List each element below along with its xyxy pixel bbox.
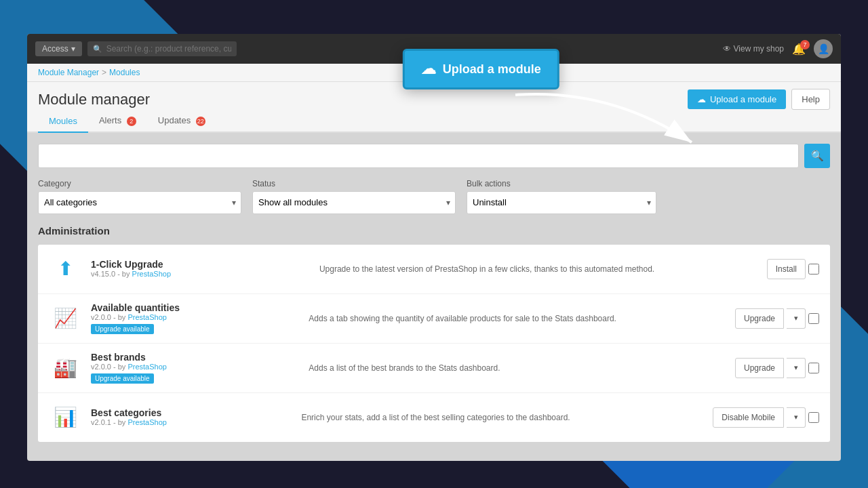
search-icon: 🔍 xyxy=(93,45,102,54)
module-description: Adds a list of the best brands to the St… xyxy=(309,363,726,373)
module-version: v4.15.0 - by PrestaShop xyxy=(91,270,310,278)
alerts-badge: 2 xyxy=(127,117,136,126)
module-description: Enrich your stats, add a list of the bes… xyxy=(301,413,703,422)
eye-icon: 👁 xyxy=(723,44,731,54)
tabs-bar: Moules Alerts 2 Updates 22 xyxy=(27,110,841,133)
status-select-wrapper: Show all modules xyxy=(252,191,456,214)
module-icon-best-brands: 🏭 xyxy=(49,352,81,384)
module-info-one-click-upgrade: 1-Click Upgrade v4.15.0 - by PrestaShop xyxy=(91,259,310,279)
module-name: 1-Click Upgrade xyxy=(91,259,310,270)
category-label: Category xyxy=(38,179,241,188)
status-select[interactable]: Show all modules xyxy=(252,191,456,214)
search-icon: 🔍 xyxy=(811,150,824,162)
module-info-best-brands: Best brands v2.0.0 - by PrestaShop Upgra… xyxy=(91,352,299,384)
user-avatar[interactable]: 👤 xyxy=(814,39,833,58)
module-search-button[interactable]: 🔍 xyxy=(804,144,830,168)
module-list: ⬆ 1-Click Upgrade v4.15.0 - by PrestaSho… xyxy=(38,245,830,442)
page-title: Module manager xyxy=(38,91,150,108)
upload-module-button-header[interactable]: ☁ Upload a module xyxy=(688,89,786,109)
module-description: Upgrade to the latest version of PrestaS… xyxy=(319,264,757,274)
content-area: 🔍 Category All categories Status Show al… xyxy=(27,133,841,453)
breadcrumb-parent-link[interactable]: Module Manager xyxy=(38,68,99,77)
module-icon-one-click-upgrade: ⬆ xyxy=(49,253,81,285)
section-title: Administration xyxy=(38,225,830,237)
module-actions: Upgrade ▾ xyxy=(735,308,819,329)
access-label: Access xyxy=(42,44,68,54)
header-actions: ☁ Upload a module Help xyxy=(688,89,830,110)
module-actions: Install xyxy=(767,259,819,279)
notifications-icon[interactable]: 🔔 7 xyxy=(792,43,806,56)
module-manager-prefix: Mo xyxy=(38,91,59,108)
upgrade-dropdown-button[interactable]: ▾ xyxy=(787,308,806,329)
table-row: 📈 Available quantities v2.0.0 - by Prest… xyxy=(38,294,830,344)
category-filter: Category All categories xyxy=(38,179,241,214)
module-version: v2.0.0 - by PrestaShop xyxy=(91,363,299,371)
notif-badge: 7 xyxy=(800,40,810,49)
table-row: ⬆ 1-Click Upgrade v4.15.0 - by PrestaSho… xyxy=(38,245,830,294)
module-icon-best-categories: 📊 xyxy=(49,401,81,434)
bulk-actions-filter: Bulk actions Uninstall xyxy=(467,179,656,214)
module-name: Available quantities xyxy=(91,302,299,313)
tab-modules[interactable]: Moules xyxy=(38,110,88,133)
upgrade-badge: Upgrade available xyxy=(91,373,154,384)
module-actions: Disable Mobile ▾ xyxy=(713,407,819,428)
module-checkbox[interactable] xyxy=(808,363,819,373)
upgrade-button[interactable]: Upgrade xyxy=(735,308,784,329)
updates-badge: 22 xyxy=(196,117,205,126)
module-actions: Upgrade ▾ xyxy=(735,358,819,378)
topbar-left: Access ▾ 🔍 xyxy=(35,41,715,56)
module-version: v2.0.0 - by PrestaShop xyxy=(91,313,299,321)
upgrade-badge: Upgrade available xyxy=(91,324,154,334)
help-button[interactable]: Help xyxy=(791,89,830,110)
upgrade-button[interactable]: Upgrade xyxy=(735,358,784,378)
main-window: Access ▾ 🔍 👁 View my shop 🔔 7 👤 Module M… xyxy=(27,34,841,461)
module-description: Adds a tab showing the quantity of avail… xyxy=(309,314,726,323)
module-info-available-quantities: Available quantities v2.0.0 - by PrestaS… xyxy=(91,302,299,334)
disable-mobile-button[interactable]: Disable Mobile xyxy=(713,407,784,428)
tab-alerts[interactable]: Alerts 2 xyxy=(88,110,147,133)
module-icon-available-quantities: 📈 xyxy=(49,302,81,335)
module-version: v2.0.1 - by PrestaShop xyxy=(91,418,292,426)
access-button[interactable]: Access ▾ xyxy=(35,41,82,56)
category-select[interactable]: All categories xyxy=(38,191,241,214)
upgrade-dropdown-button[interactable]: ▾ xyxy=(787,358,806,378)
breadcrumb-current: Modules xyxy=(109,68,140,77)
module-name: Best brands xyxy=(91,352,299,363)
bulk-select[interactable]: Uninstall xyxy=(467,191,656,214)
table-row: 🏭 Best brands v2.0.0 - by PrestaShop Upg… xyxy=(38,344,830,393)
filters-row: Category All categories Status Show all … xyxy=(38,179,830,214)
bulk-select-wrapper: Uninstall xyxy=(467,191,656,214)
view-shop-link[interactable]: 👁 View my shop xyxy=(723,44,784,54)
chevron-down-icon: ▾ xyxy=(71,44,75,54)
category-select-wrapper: All categories xyxy=(38,191,241,214)
search-input[interactable] xyxy=(106,44,231,54)
upload-popup-label: Upload a module xyxy=(443,62,541,77)
module-info-best-categories: Best categories v2.0.1 - by PrestaShop xyxy=(91,407,292,428)
disable-mobile-dropdown-button[interactable]: ▾ xyxy=(787,407,806,428)
upload-module-popup[interactable]: ☁ Upload a module xyxy=(403,49,559,89)
search-bar: 🔍 xyxy=(87,41,237,56)
module-checkbox[interactable] xyxy=(808,412,819,423)
bulk-label: Bulk actions xyxy=(467,179,656,188)
upload-icon: ☁ xyxy=(697,94,706,104)
module-checkbox[interactable] xyxy=(808,313,819,324)
topbar-right: 👁 View my shop 🔔 7 👤 xyxy=(723,39,833,58)
install-button[interactable]: Install xyxy=(767,259,806,279)
breadcrumb-separator: > xyxy=(102,68,106,77)
status-filter: Status Show all modules xyxy=(252,179,456,214)
tab-updates[interactable]: Updates 22 xyxy=(147,110,216,133)
module-checkbox[interactable] xyxy=(808,264,819,274)
module-name: Best categories xyxy=(91,407,292,418)
status-label: Status xyxy=(252,179,456,188)
module-search-row: 🔍 xyxy=(38,144,830,168)
table-row: 📊 Best categories v2.0.1 - by PrestaShop… xyxy=(38,393,830,442)
module-search-input[interactable] xyxy=(38,144,799,168)
upload-popup-icon: ☁ xyxy=(421,60,436,78)
